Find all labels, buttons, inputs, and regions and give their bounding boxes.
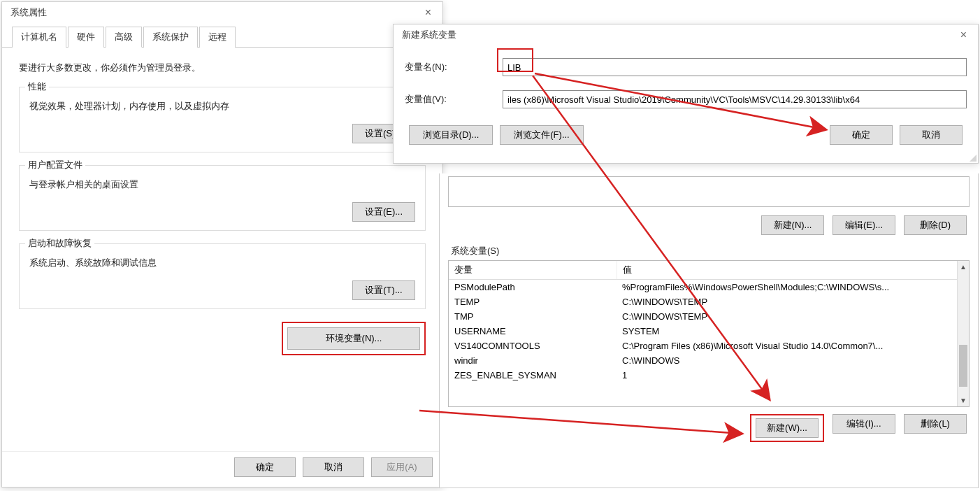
var-value-cell: C:\WINDOWS\TEMP [617, 294, 969, 309]
group-profiles-legend: 用户配置文件 [25, 159, 85, 171]
sysprops-titlebar[interactable]: 系统属性 × [2, 2, 442, 23]
admin-note: 要进行大多数更改，你必须作为管理员登录。 [19, 62, 426, 74]
table-row[interactable]: PSModulePath%ProgramFiles%\WindowsPowerS… [449, 280, 969, 295]
table-row[interactable]: VS140COMNTOOLSC:\Program Files (x86)\Mic… [449, 339, 969, 353]
scroll-down-icon[interactable]: ▼ [958, 394, 969, 406]
var-name-cell: ZES_ENABLE_SYSMAN [449, 368, 617, 383]
user-delete-button[interactable]: 删除(D) [904, 215, 967, 235]
group-profiles-desc: 与登录帐户相关的桌面设置 [29, 178, 415, 191]
var-value-input[interactable] [503, 90, 967, 108]
sys-new-button[interactable]: 新建(W)... [756, 418, 819, 438]
newvar-title: 新建系统变量 [399, 29, 456, 41]
var-value-cell: C:\WINDOWS\TEMP [617, 309, 969, 324]
sys-edit-button[interactable]: 编辑(I)... [833, 414, 895, 434]
sysvars-scrollbar[interactable]: ▲ ▼ [957, 261, 969, 406]
var-value-cell: SYSTEM [617, 324, 969, 339]
env-variables-window: 新建(N)... 编辑(E)... 删除(D) 系统变量(S) 变量 值 PSM… [439, 173, 979, 488]
tab-advanced[interactable]: 高级 [106, 27, 142, 48]
resize-grip-icon[interactable] [968, 153, 977, 162]
table-row[interactable]: windirC:\WINDOWS [449, 353, 969, 368]
tab-remote[interactable]: 远程 [199, 27, 236, 48]
var-value-cell: C:\Program Files (x86)\Microsoft Visual … [617, 339, 969, 353]
browse-file-button[interactable]: 浏览文件(F)... [500, 125, 584, 145]
table-row[interactable]: ZES_ENABLE_SYSMAN1 [449, 368, 969, 383]
group-profiles: 用户配置文件 与登录帐户相关的桌面设置 设置(E)... [19, 165, 426, 231]
user-new-button[interactable]: 新建(N)... [761, 215, 824, 235]
profiles-settings-button[interactable]: 设置(E)... [352, 202, 415, 222]
sysprops-title: 系统属性 [8, 6, 47, 19]
group-performance-desc: 视觉效果，处理器计划，内存使用，以及虚拟内存 [29, 100, 415, 113]
var-value-label: 变量值(V): [405, 93, 503, 106]
tab-system-protection[interactable]: 系统保护 [143, 27, 198, 48]
sysprops-tabs: 计算机名 硬件 高级 系统保护 远程 [2, 26, 442, 48]
user-vars-buttons: 新建(N)... 编辑(E)... 删除(D) [440, 214, 978, 242]
tab-hardware[interactable]: 硬件 [68, 27, 104, 48]
var-name-cell: TMP [449, 309, 617, 324]
new-system-variable-dialog: 新建系统变量 × 变量名(N): 变量值(V): 浏览目录(D)... 浏览文件… [393, 24, 979, 164]
sysprops-tab-body: 要进行大多数更改，你必须作为管理员登录。 性能 视觉效果，处理器计划，内存使用，… [2, 48, 442, 385]
sysprops-ok-button[interactable]: 确定 [234, 457, 296, 477]
system-vars-label: 系统变量(S) [440, 242, 978, 259]
user-vars-listbox[interactable] [448, 176, 970, 207]
var-name-cell: VS140COMNTOOLS [449, 339, 617, 353]
user-edit-button[interactable]: 编辑(E)... [833, 215, 895, 235]
scroll-thumb[interactable] [959, 345, 967, 387]
browse-dir-button[interactable]: 浏览目录(D)... [409, 125, 493, 145]
newvar-titlebar[interactable]: 新建系统变量 × [394, 24, 978, 45]
var-value-cell: C:\WINDOWS [617, 353, 969, 368]
system-properties-window: 系统属性 × 计算机名 硬件 高级 系统保护 远程 要进行大多数更改，你必须作为… [1, 1, 443, 488]
table-row[interactable]: TMPC:\WINDOWS\TEMP [449, 309, 969, 324]
sysprops-cancel-button[interactable]: 取消 [303, 457, 364, 477]
group-startup-desc: 系统启动、系统故障和调试信息 [29, 257, 415, 269]
envvar-highlight: 环境变量(N)... [282, 322, 426, 355]
scroll-up-icon[interactable]: ▲ [958, 261, 969, 273]
sys-delete-button[interactable]: 删除(L) [904, 414, 967, 434]
table-row[interactable]: USERNAMESYSTEM [449, 324, 969, 339]
newvar-cancel-button[interactable]: 取消 [900, 125, 963, 145]
var-value-cell: 1 [617, 368, 969, 383]
tab-computer-name[interactable]: 计算机名 [12, 27, 66, 48]
col-var-header[interactable]: 变量 [449, 261, 617, 280]
newvar-ok-button[interactable]: 确定 [830, 125, 893, 145]
group-performance: 性能 视觉效果，处理器计划，内存使用，以及虚拟内存 设置(S)... [19, 87, 426, 152]
var-name-label: 变量名(N): [405, 61, 503, 73]
group-performance-legend: 性能 [25, 80, 49, 93]
var-name-input[interactable] [503, 58, 967, 76]
table-row[interactable]: TEMPC:\WINDOWS\TEMP [449, 294, 969, 309]
system-vars-listbox[interactable]: 变量 值 PSModulePath%ProgramFiles%\WindowsP… [448, 260, 970, 407]
startup-settings-button[interactable]: 设置(T)... [352, 280, 415, 300]
close-icon[interactable]: × [955, 29, 972, 41]
var-name-cell: windir [449, 353, 617, 368]
var-name-cell: USERNAME [449, 324, 617, 339]
close-icon[interactable]: × [419, 6, 437, 19]
sysprops-dialog-buttons: 确定 取消 应用(A) [2, 451, 442, 483]
env-variables-button[interactable]: 环境变量(N)... [287, 327, 420, 350]
sysprops-apply-button[interactable]: 应用(A) [371, 457, 433, 477]
sys-new-highlight: 新建(W)... [750, 414, 824, 442]
col-val-header[interactable]: 值 [617, 261, 969, 280]
var-name-cell: TEMP [449, 294, 617, 309]
group-startup: 启动和故障恢复 系统启动、系统故障和调试信息 设置(T)... [19, 243, 426, 309]
var-value-cell: %ProgramFiles%\WindowsPowerShell\Modules… [617, 280, 969, 295]
system-vars-buttons: 新建(W)... 编辑(I)... 删除(L) [440, 413, 978, 449]
group-startup-legend: 启动和故障恢复 [25, 237, 94, 250]
var-name-cell: PSModulePath [449, 280, 617, 295]
